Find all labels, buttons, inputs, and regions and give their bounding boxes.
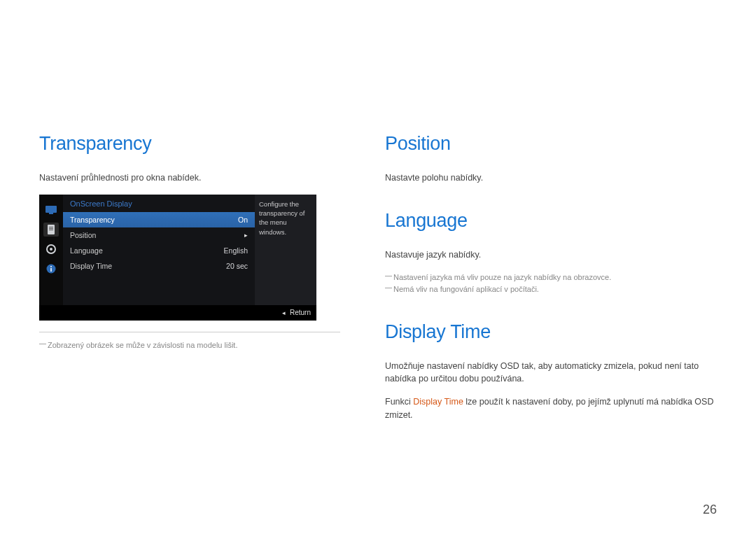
- image-footnote: Zobrazený obrázek se může v závislosti n…: [39, 339, 340, 352]
- document-icon[interactable]: [43, 223, 59, 237]
- svg-rect-3: [49, 227, 53, 227]
- dt-p2a: Funkci: [385, 397, 413, 407]
- svg-rect-10: [50, 266, 52, 267]
- heading-language: Language: [385, 210, 714, 232]
- language-note2: Nemá vliv na fungování aplikací v počíta…: [385, 283, 714, 296]
- heading-transparency: Transparency: [39, 133, 340, 155]
- divider: [39, 332, 340, 332]
- svg-rect-5: [49, 230, 53, 230]
- osd-row-transparency[interactable]: Transparency On: [63, 212, 255, 227]
- osd-row-displaytime[interactable]: Display Time 20 sec: [63, 258, 255, 274]
- osd-row-label: Language: [70, 246, 103, 255]
- dt-p2b-highlight: Display Time: [413, 397, 463, 407]
- svg-point-7: [50, 248, 52, 251]
- displaytime-p2: Funkci Display Time lze použít k nastave…: [385, 395, 714, 422]
- osd-row-position[interactable]: Position ▸: [63, 227, 255, 243]
- language-note1: Nastavení jazyka má vliv pouze na jazyk …: [385, 272, 714, 284]
- osd-help-text: Configure the transparency of the menu w…: [255, 195, 316, 305]
- osd-row-label: Position: [70, 231, 96, 239]
- svg-rect-1: [49, 213, 53, 214]
- osd-sidebar: [39, 195, 63, 305]
- osd-row-value: On: [238, 216, 248, 224]
- osd-row-value: 20 sec: [226, 262, 248, 270]
- gear-icon[interactable]: [43, 242, 59, 256]
- transparency-desc: Nastavení průhlednosti pro okna nabídek.: [39, 171, 340, 185]
- page-number: 26: [703, 503, 717, 517]
- osd-title: OnScreen Display: [63, 195, 255, 212]
- svg-rect-0: [46, 206, 57, 213]
- osd-footer: ◂ Return: [39, 305, 316, 321]
- displaytime-p1: Umožňuje nastavení nabídky OSD tak, aby …: [385, 360, 714, 386]
- chevron-right-icon: ▸: [244, 232, 248, 239]
- monitor-icon[interactable]: [43, 203, 59, 217]
- osd-row-value: English: [224, 246, 248, 255]
- language-desc: Nastavuje jazyk nabídky.: [385, 248, 714, 262]
- osd-row-language[interactable]: Language English: [63, 243, 255, 258]
- osd-main: OnScreen Display Transparency On Positio…: [63, 195, 255, 305]
- osd-row-label: Display Time: [70, 262, 112, 270]
- svg-rect-9: [50, 268, 52, 272]
- info-icon[interactable]: [43, 262, 59, 276]
- return-arrow-icon: ◂: [282, 309, 286, 316]
- svg-rect-4: [49, 228, 53, 229]
- heading-displaytime: Display Time: [385, 321, 714, 343]
- position-desc: Nastavte polohu nabídky.: [385, 171, 714, 185]
- heading-position: Position: [385, 133, 714, 155]
- osd-row-label: Transparency: [70, 216, 115, 224]
- osd-panel: OnScreen Display Transparency On Positio…: [39, 195, 316, 321]
- return-label[interactable]: Return: [290, 309, 311, 316]
